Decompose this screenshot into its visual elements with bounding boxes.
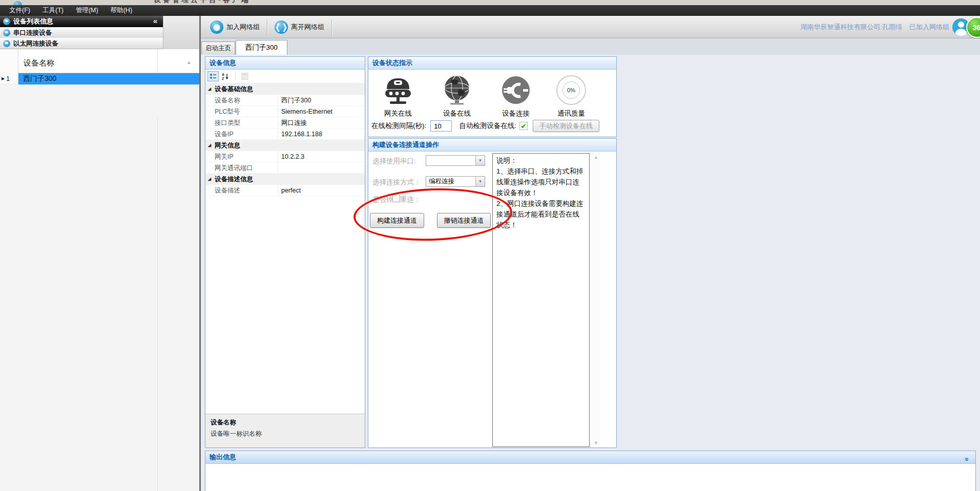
property-row[interactable]: 设备描述 perfect <box>205 185 365 196</box>
instruction-item: 2、网口连接设备需要构建连接通道后才能看到是否在线状态！ <box>496 198 586 230</box>
property-grid-toolbar: AZ <box>205 70 365 83</box>
dropdown-arrow-icon[interactable]: ▼ <box>475 156 485 165</box>
indicator-label: 通讯质量 <box>543 109 600 118</box>
property-pages-icon <box>239 71 251 81</box>
auto-detect-label: 自动检测设备在线: <box>459 121 516 131</box>
leave-network-label: 离开网络组 <box>291 23 324 32</box>
window-title-bar: 设备管理云平台-客户端 <box>0 0 980 5</box>
menu-file[interactable]: 文件(F) <box>3 5 36 16</box>
category-expand-icon[interactable]: ◢ <box>208 174 211 185</box>
sidebar-item-label: 以太网连接设备 <box>13 39 58 48</box>
category-expand-icon[interactable]: ◢ <box>208 83 211 95</box>
category-expand-icon[interactable]: ◢ <box>208 140 211 151</box>
alphabetical-sort-icon[interactable]: AZ <box>220 71 232 81</box>
menu-manage[interactable]: 管理(M) <box>70 5 105 16</box>
notification-badge[interactable]: 36 <box>966 17 980 38</box>
device-table-empty-area <box>0 118 199 491</box>
property-label: 网关通讯端口 <box>215 162 253 174</box>
indicator-device-online: 设备在线 <box>428 72 486 118</box>
property-row[interactable]: PLC型号 Siemens-Ethernet <box>205 106 365 117</box>
property-category[interactable]: ◢ 设备描述信息 <box>205 174 365 185</box>
channel-ops-panel-title: 构建设备连接通道操作 <box>368 139 616 152</box>
device-table: 设备名称 ▲ ▶ 1 西门子300 <box>0 49 199 84</box>
grid-divider <box>278 185 278 196</box>
indicator-device-connect: 设备连接 <box>487 72 545 118</box>
comm-quality-ring-icon: 0% <box>556 75 586 105</box>
indicator-comm-quality: 0% 通讯质量 <box>543 72 600 118</box>
output-panel-header: 输出信息 » <box>205 451 975 464</box>
tab-siemens300[interactable]: 西门子300 <box>236 40 287 55</box>
toolbar-separator <box>235 72 236 81</box>
instruction-item: 1、选择串口、连接方式和掉线重连操作选项只对串口连接设备有效！ <box>496 166 586 198</box>
sort-asc-icon: ▲ <box>186 59 192 65</box>
panel-scrollbar[interactable]: ▲ ▼ <box>592 153 600 447</box>
output-panel: 输出信息 » <box>205 451 976 491</box>
manual-detect-button[interactable]: 手动检测设备在线 <box>533 120 599 132</box>
grid-divider <box>278 106 278 117</box>
property-label: 接口类型 <box>215 117 240 129</box>
device-table-header[interactable]: 设备名称 ▲ <box>0 49 199 73</box>
menu-tools[interactable]: 工具(T) <box>36 5 70 16</box>
menu-bar: 文件(F) 工具(T) 管理(M) 帮助(H) <box>0 5 980 16</box>
join-network-button[interactable]: ◉ 加入网络组 <box>206 18 264 36</box>
sidebar-collapse-icon[interactable]: « <box>153 16 157 25</box>
toolbar-separator <box>267 19 267 35</box>
property-value[interactable]: perfect <box>281 185 301 196</box>
leave-network-button[interactable]: ❬❭ 离开网络组 <box>270 18 328 36</box>
grid-divider <box>278 162 278 173</box>
serial-port-combo[interactable]: ▼ <box>426 155 485 166</box>
property-row[interactable]: 网关通讯端口 <box>205 162 365 174</box>
property-value[interactable]: 网口连接 <box>281 117 307 129</box>
channel-ops-body: 选择使用串口: ▼ 选择连接方式： 编程连接 ▼ 是否掉线重连： 构建连接通道 … <box>368 152 616 447</box>
property-row[interactable]: 网关IP 10.2.2.3 <box>205 151 365 162</box>
property-category[interactable]: ◢ 设备基础信息 <box>205 83 365 95</box>
scroll-down-icon[interactable]: ▼ <box>592 439 600 447</box>
serial-port-label: 选择使用串口: <box>372 157 416 166</box>
menu-help[interactable]: 帮助(H) <box>105 5 138 16</box>
window-title: 设备管理云平台-客户端 <box>154 0 251 5</box>
device-list-icon <box>3 18 10 25</box>
auto-detect-checkbox[interactable]: ✔ <box>519 122 528 130</box>
property-row[interactable]: 设备名称 西门子300 <box>205 95 365 106</box>
interval-input[interactable] <box>430 120 452 132</box>
property-value[interactable]: Siemens-Ethernet <box>281 106 332 117</box>
reconnect-checkbox[interactable] <box>392 195 400 202</box>
channel-ops-panel: 构建设备连接通道操作 选择使用串口: ▼ 选择连接方式： 编程连接 ▼ 是否掉线… <box>368 138 617 448</box>
tab-strip: 启动主页 西门子300 <box>201 38 980 55</box>
property-row[interactable]: 接口类型 网口连接 <box>205 117 365 129</box>
property-value[interactable]: 192.168.1.188 <box>281 129 322 140</box>
property-row[interactable]: 设备IP 192.168.1.188 <box>205 129 365 140</box>
scroll-up-icon[interactable]: ▲ <box>592 153 600 161</box>
property-value[interactable]: 10.2.2.3 <box>281 151 304 162</box>
device-online-globe-icon <box>442 74 472 106</box>
comm-quality-value: 0% <box>567 87 575 93</box>
property-value[interactable]: 西门子300 <box>281 95 311 106</box>
tab-home[interactable]: 启动主页 <box>201 41 235 55</box>
device-connect-plug-icon <box>501 75 531 105</box>
device-row-siemens300[interactable]: 西门子300 <box>18 73 199 84</box>
device-list-sidebar: 设备列表信息 « 串口连接设备 以太网连接设备 设备名称 ▲ ▶ 1 西门子30… <box>0 16 201 491</box>
grid-divider <box>278 151 278 162</box>
output-collapse-icon[interactable]: » <box>961 457 973 461</box>
revoke-channel-button[interactable]: 撤销连接通道 <box>437 213 491 228</box>
categorized-view-icon[interactable] <box>207 71 219 81</box>
property-label: 设备IP <box>215 129 234 140</box>
join-network-icon: ◉ <box>210 20 223 34</box>
dropdown-arrow-icon[interactable]: ▼ <box>475 177 485 186</box>
connect-mode-combo[interactable]: 编程连接 ▼ <box>426 176 485 187</box>
device-info-panel: 设备信息 AZ ◢ 设备基础信息 设备名称 西门子300 <box>205 56 365 448</box>
sidebar-item-ethernet-devices[interactable]: 以太网连接设备 <box>0 38 163 49</box>
network-toolbar: ◉ 加入网络组 ❬❭ 离开网络组 湖南华辰智通科技有限公司:孔雨绵 已加入网络组… <box>201 16 980 38</box>
sidebar-item-serial-devices[interactable]: 串口连接设备 <box>0 27 163 38</box>
row-header: ▶ 1 <box>0 73 18 84</box>
app-icon <box>13 1 22 5</box>
property-description-box: 设备名称 设备唯一标识名称 <box>205 414 365 447</box>
svg-text:Z: Z <box>222 77 224 80</box>
property-category[interactable]: ◢ 网关信息 <box>205 140 365 151</box>
column-header-device-name[interactable]: 设备名称 <box>24 58 54 68</box>
build-channel-button[interactable]: 构建连接通道 <box>370 213 424 228</box>
leave-network-icon: ❬❭ <box>275 20 288 34</box>
sidebar-filler <box>163 16 199 49</box>
indicator-gateway-online: 网关在线 <box>369 72 427 118</box>
table-row[interactable]: ▶ 1 西门子300 <box>0 73 199 84</box>
